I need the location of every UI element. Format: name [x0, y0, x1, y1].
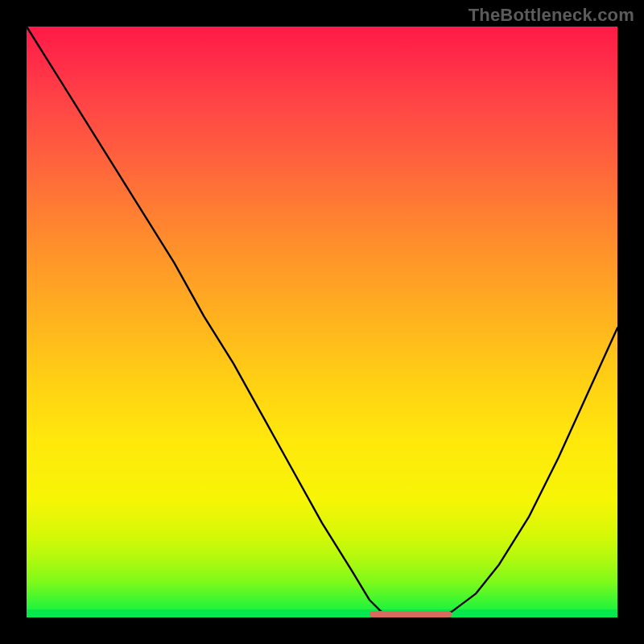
- plot-area: [27, 27, 617, 617]
- watermark-text: TheBottleneck.com: [469, 5, 634, 26]
- curve-path: [27, 27, 617, 617]
- chart-frame: TheBottleneck.com: [0, 0, 644, 644]
- valley-marker: [369, 611, 452, 617]
- bottleneck-curve: [27, 27, 617, 617]
